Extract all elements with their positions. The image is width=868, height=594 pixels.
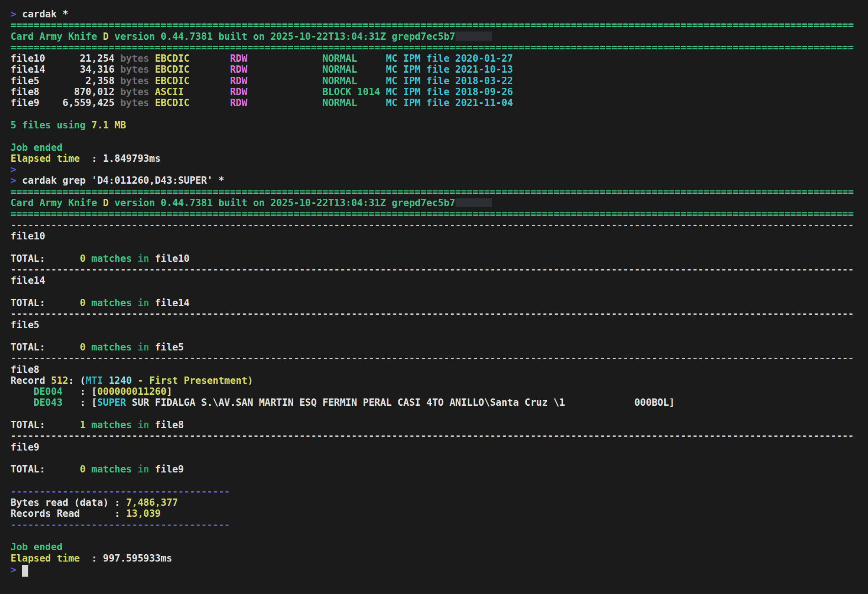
grep-file-header: file5 — [11, 319, 864, 330]
grep-file-name: file5 — [11, 319, 39, 330]
file-table-row: file5 2,358 bytes EBCDIC RDW NORMAL MC I… — [11, 75, 864, 86]
total-label: TOTAL: — [11, 342, 80, 353]
match-count: 0 — [80, 464, 86, 475]
grep-total: TOTAL: 1 matches in file8 — [11, 419, 864, 430]
record-field-de043: DE043 : [SUPER SUR FIDALGA S.\AV.SAN MAR… — [11, 397, 864, 408]
elapsed-label: Elapsed time — [11, 153, 80, 164]
grep-file-header: file14 — [11, 275, 864, 286]
stat-label: Records Read : — [11, 508, 126, 519]
in-word: in — [132, 464, 149, 475]
blank-line — [11, 131, 864, 142]
grep-total: TOTAL: 0 matches in file10 — [11, 253, 864, 264]
bytes-read-stat: Bytes read (data) : 7,486,377 — [11, 497, 864, 508]
records-read-stat: Records Read : 13,039 — [11, 508, 864, 519]
punctuation: : ( — [68, 375, 85, 386]
field-name: DE043 — [11, 397, 63, 408]
grep-file-header: file10 — [11, 231, 864, 242]
in-word: in — [132, 297, 149, 308]
field-value: SUR FIDALGA S.\AV.SAN MARTIN ESQ FERMIN … — [126, 397, 675, 408]
match-count: 0 — [80, 253, 86, 264]
match-highlight: SUPER — [97, 397, 126, 408]
redacted-text-block — [455, 32, 492, 41]
stats-rule-chars: -------------------------------------- — [11, 486, 230, 497]
banner-rule: ========================================… — [11, 186, 864, 197]
in-word: in — [132, 342, 149, 353]
stats-separator: -------------------------------------- — [11, 520, 864, 530]
banner-rule-chars: ========================================… — [11, 186, 854, 197]
encoding: EBCDIC — [149, 64, 190, 75]
file-status: BLOCK 1014 — [247, 86, 380, 97]
terminal-screen[interactable]: > cardak *==============================… — [0, 0, 868, 594]
terminal-cursor[interactable] — [22, 565, 28, 577]
total-size: 7.1 MB — [91, 120, 126, 131]
total-label: TOTAL: — [11, 297, 80, 308]
blank-line — [11, 475, 864, 486]
encoding: ASCII — [149, 86, 184, 97]
blank-line — [11, 453, 864, 464]
grep-file-name: file10 — [11, 231, 45, 242]
match-count: 1 — [80, 419, 86, 430]
grep-file-name: file8 — [149, 419, 184, 430]
section-separator: ----------------------------------------… — [11, 308, 864, 319]
bytes-label: bytes — [120, 64, 149, 75]
record-format: RDW — [190, 75, 247, 86]
matches-word: matches — [85, 297, 132, 308]
redacted-text-block — [455, 198, 492, 207]
grep-file-name: file14 — [11, 275, 45, 286]
record-format: RDW — [190, 97, 247, 108]
grep-total: TOTAL: 0 matches in file5 — [11, 342, 864, 353]
blank-line — [11, 408, 864, 419]
file-table-row: file9 6,559,425 bytes EBCDIC RDW NORMAL … — [11, 97, 864, 108]
prompt-symbol: > — [11, 175, 16, 186]
section-rule-chars: ----------------------------------------… — [11, 308, 854, 319]
file-status: NORMAL — [247, 64, 357, 75]
prompt-command-1: > cardak * — [11, 9, 864, 20]
file-table-row: file8 870,012 bytes ASCII RDW BLOCK 1014… — [11, 86, 864, 97]
banner-rule: ========================================… — [11, 208, 864, 219]
version-info: version 0.44.7381 built on 2025-10-22T13… — [109, 197, 455, 208]
encoding: EBCDIC — [149, 53, 190, 64]
section-rule-chars: ----------------------------------------… — [11, 220, 854, 231]
elapsed-value: : 1.849793ms — [80, 153, 161, 164]
file-type-and-date: MC IPM file 2021-10-13 — [357, 64, 513, 75]
stats-separator: -------------------------------------- — [11, 486, 864, 497]
grep-file-name: file9 — [11, 442, 39, 453]
file-name-and-size: file14 34,316 — [11, 64, 120, 75]
grep-file-name: file9 — [149, 464, 184, 475]
elapsed-label: Elapsed time — [11, 553, 80, 564]
field-name: DE004 — [11, 386, 63, 397]
encoding: EBCDIC — [149, 97, 190, 108]
file-table-row: file14 34,316 bytes EBCDIC RDW NORMAL MC… — [11, 64, 864, 75]
elapsed-time: Elapsed time : 997.595933ms — [11, 553, 864, 564]
bytes-label: bytes — [120, 75, 149, 86]
file-status: NORMAL — [247, 75, 357, 86]
punctuation: : [ — [63, 386, 97, 397]
file-count: 5 — [11, 120, 16, 131]
record-field-de004: DE004 : [000000011260] — [11, 386, 864, 397]
banner-text: Card Army Knife D version 0.44.7381 buil… — [11, 31, 864, 42]
elapsed-value: : 997.595933ms — [80, 553, 172, 564]
match-count: 0 — [80, 342, 86, 353]
mti-description: - First Presentment) — [132, 375, 254, 386]
mti-code: 1240 — [109, 375, 132, 386]
file-type-and-date: MC IPM file 2020-01-27 — [357, 53, 513, 64]
command-text: cardak * — [16, 9, 69, 20]
job-status: Job ended — [11, 541, 63, 552]
total-label: TOTAL: — [11, 419, 80, 430]
file-table-row: file10 21,254 bytes EBCDIC RDW NORMAL MC… — [11, 53, 864, 64]
matches-word: matches — [85, 342, 132, 353]
prompt-symbol: > — [11, 9, 16, 20]
file-name-and-size: file10 21,254 — [11, 53, 120, 64]
section-separator: ----------------------------------------… — [11, 220, 864, 231]
banner-rule-chars: ========================================… — [11, 208, 854, 219]
file-type-and-date: MC IPM file 2021-11-04 — [357, 97, 513, 108]
file-type-and-date: MC IPM file 2018-09-26 — [380, 86, 513, 97]
matches-word: matches — [85, 419, 132, 430]
grep-file-header: file8 — [11, 364, 864, 375]
grep-file-name: file10 — [149, 253, 190, 264]
record-header: Record 512: (MTI 1240 - First Presentmen… — [11, 375, 864, 386]
section-rule-chars: ----------------------------------------… — [11, 264, 854, 275]
section-rule-chars: ----------------------------------------… — [11, 430, 854, 441]
record-format: RDW — [184, 86, 247, 97]
match-count: 0 — [80, 297, 86, 308]
